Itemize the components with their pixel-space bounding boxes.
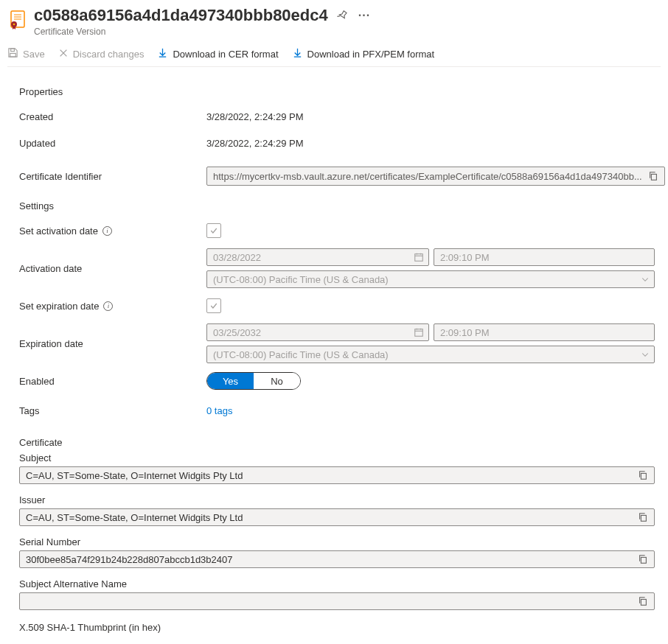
- enabled-label: Enabled: [19, 376, 206, 387]
- updated-label: Updated: [19, 138, 206, 149]
- svg-point-5: [13, 24, 15, 26]
- san-field[interactable]: [19, 592, 655, 610]
- toolbar: Save Discard changes Download in CER for…: [7, 47, 661, 67]
- subject-label: Subject: [19, 452, 655, 463]
- svg-rect-25: [641, 515, 646, 521]
- download-icon: [292, 47, 303, 60]
- serial-label: Serial Number: [19, 536, 655, 547]
- copy-icon[interactable]: [638, 596, 648, 606]
- more-icon[interactable]: ···: [358, 10, 370, 21]
- expiration-date-input: 03/25/2032: [206, 323, 429, 341]
- copy-icon[interactable]: [638, 512, 648, 522]
- issuer-label: Issuer: [19, 494, 655, 505]
- toggle-no[interactable]: No: [254, 373, 300, 389]
- svg-rect-27: [641, 599, 646, 605]
- download-icon: [157, 47, 168, 60]
- updated-value: 3/28/2022, 2:24:29 PM: [206, 138, 655, 149]
- pin-icon[interactable]: [337, 6, 348, 25]
- chevron-down-icon: [641, 350, 650, 359]
- download-pfx-button[interactable]: Download in PFX/PEM format: [292, 47, 435, 60]
- svg-rect-26: [641, 557, 646, 563]
- page-title: c0588a69156a4d1da497340bbb80edc4: [34, 6, 328, 25]
- svg-rect-15: [651, 174, 656, 180]
- created-label: Created: [19, 111, 206, 122]
- certificate-icon: [7, 9, 28, 29]
- set-expiration-label: Set expiration date: [19, 301, 99, 312]
- copy-icon[interactable]: [638, 554, 648, 564]
- activation-tz-select: (UTC-08:00) Pacific Time (US & Canada): [206, 270, 655, 288]
- activation-date-label: Activation date: [19, 263, 206, 274]
- set-activation-label: Set activation date: [19, 225, 98, 237]
- expiration-date-label: Expiration date: [19, 338, 206, 349]
- expiration-time-input: 2:09:10 PM: [434, 323, 655, 341]
- svg-rect-20: [415, 329, 423, 337]
- svg-rect-16: [415, 254, 423, 262]
- certificate-heading: Certificate: [19, 437, 655, 448]
- page-subtitle: Certificate Version: [34, 27, 661, 37]
- properties-heading: Properties: [19, 86, 655, 97]
- download-cer-button[interactable]: Download in CER format: [157, 47, 278, 60]
- chevron-down-icon: [641, 275, 650, 284]
- info-icon[interactable]: i: [103, 301, 113, 311]
- cert-id-label: Certificate Identifier: [19, 171, 206, 182]
- svg-rect-24: [641, 473, 646, 479]
- set-activation-checkbox: [206, 223, 221, 238]
- discard-icon: [58, 48, 69, 60]
- toggle-yes[interactable]: Yes: [207, 373, 254, 389]
- tags-label: Tags: [19, 405, 206, 416]
- calendar-icon: [414, 327, 424, 337]
- activation-time-input: 2:09:10 PM: [434, 248, 655, 266]
- save-icon: [7, 47, 18, 60]
- copy-icon[interactable]: [638, 470, 648, 480]
- san-label: Subject Alternative Name: [19, 578, 655, 589]
- created-value: 3/28/2022, 2:24:29 PM: [206, 111, 655, 122]
- tags-link[interactable]: 0 tags: [206, 405, 232, 416]
- save-button: Save: [7, 47, 45, 60]
- activation-date-input: 03/28/2022: [206, 248, 429, 266]
- svg-rect-7: [11, 49, 15, 52]
- subject-field[interactable]: C=AU, ST=Some-State, O=Internet Widgits …: [19, 466, 655, 484]
- calendar-icon: [414, 252, 424, 262]
- svg-rect-8: [10, 53, 16, 57]
- cert-id-field[interactable]: https://mycertkv-msb.vault.azure.net/cer…: [206, 167, 665, 186]
- set-expiration-checkbox: [206, 298, 221, 313]
- copy-icon[interactable]: [648, 171, 658, 181]
- enabled-toggle[interactable]: Yes No: [206, 372, 301, 390]
- settings-heading: Settings: [19, 200, 655, 211]
- issuer-field[interactable]: C=AU, ST=Some-State, O=Internet Widgits …: [19, 508, 655, 526]
- info-icon[interactable]: i: [102, 226, 112, 236]
- discard-button: Discard changes: [58, 48, 145, 60]
- serial-field[interactable]: 30f0bee85a74f291b24b228d807abccb1d3b2407: [19, 550, 655, 568]
- thumbprint-label: X.509 SHA-1 Thumbprint (in hex): [19, 622, 655, 633]
- expiration-tz-select: (UTC-08:00) Pacific Time (US & Canada): [206, 346, 655, 363]
